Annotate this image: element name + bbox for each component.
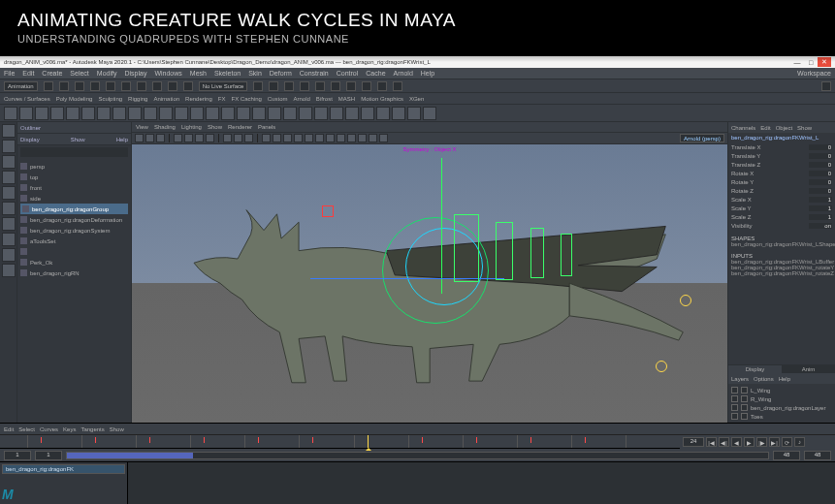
vp-icon[interactable]: [358, 134, 367, 142]
keyframe-icon[interactable]: [585, 437, 586, 443]
shelf-tab[interactable]: Sculpting: [98, 96, 122, 102]
end-frame-field[interactable]: 48: [773, 451, 800, 460]
layer-type-toggle[interactable]: [741, 395, 748, 402]
viewport-menubar[interactable]: View Shading Lighting Show Renderer Pane…: [132, 122, 727, 133]
play-back-button[interactable]: ◀: [731, 437, 742, 447]
time-menu[interactable]: Tangents: [80, 426, 104, 432]
viewport-toolbar[interactable]: Arnold (persp): [132, 133, 727, 144]
attr-row[interactable]: Translate Z0: [731, 160, 832, 169]
shelf-tab[interactable]: Poly Modeling: [56, 96, 93, 102]
vp-icon[interactable]: [326, 134, 335, 142]
time-slider[interactable]: [0, 435, 680, 449]
menu-item[interactable]: Deform: [270, 70, 292, 77]
cb-menu[interactable]: Edit: [760, 125, 770, 131]
null-locator[interactable]: [322, 205, 334, 217]
menu-item[interactable]: Control: [337, 70, 359, 77]
layer-row[interactable]: Toes: [731, 412, 832, 421]
outliner-item[interactable]: ben_dragon_rigRN: [20, 268, 128, 278]
menu-item[interactable]: Select: [70, 70, 88, 77]
status-icon[interactable]: [377, 81, 387, 91]
vp-icon[interactable]: [379, 134, 388, 142]
outliner-search[interactable]: [20, 147, 128, 157]
time-menu[interactable]: Show: [110, 426, 124, 432]
menu-item[interactable]: Skin: [248, 70, 262, 77]
vp-icon[interactable]: [305, 134, 313, 142]
step-back-button[interactable]: ◀|: [719, 437, 729, 447]
shelf-icon[interactable]: [330, 107, 343, 120]
outliner-item[interactable]: persp: [20, 161, 128, 172]
viewport-menu[interactable]: Shading: [154, 124, 176, 130]
vp-icon[interactable]: [347, 134, 356, 142]
layer-vis-toggle[interactable]: [731, 404, 738, 411]
layout-icon[interactable]: [2, 248, 16, 262]
anim-layer-item[interactable]: ben_dragon_rig:dragonFK: [2, 464, 125, 474]
status-icon[interactable]: [168, 81, 177, 91]
renderer-dropdown[interactable]: Arnold (persp): [680, 134, 724, 142]
shelf-icon[interactable]: [81, 107, 95, 120]
keyframe-icon[interactable]: [312, 437, 313, 443]
shelf-icon[interactable]: [97, 107, 111, 120]
move-tool-icon[interactable]: [2, 155, 16, 169]
shelf-icon[interactable]: [112, 107, 126, 120]
layer-menubar[interactable]: Layers Options Help: [728, 373, 835, 384]
status-icon[interactable]: [44, 81, 53, 91]
attr-row[interactable]: Rotate X0: [731, 169, 832, 177]
status-icon[interactable]: [75, 81, 84, 91]
vp-icon[interactable]: [145, 134, 154, 142]
outliner-menu[interactable]: Show: [71, 137, 85, 142]
vp-icon[interactable]: [174, 134, 182, 142]
shelf-icon[interactable]: [423, 107, 436, 120]
shape-item[interactable]: ben_dragon_rig:dragonFKWrist_LShape: [731, 241, 832, 247]
layer-tab[interactable]: Anim: [782, 365, 835, 373]
input-item[interactable]: ben_dragon_rig:dragonFKWrist_rotateZ: [731, 270, 832, 276]
outliner-menubar[interactable]: Display Show Help: [17, 134, 131, 145]
outliner-item[interactable]: ben_dragon_rig:dragonSystem: [20, 225, 128, 236]
layer-vis-toggle[interactable]: [731, 387, 738, 394]
status-icon[interactable]: [121, 81, 131, 91]
keyframe-icon[interactable]: [422, 437, 423, 443]
outliner-item[interactable]: ben_dragon_rig:dragonDeformation: [20, 214, 128, 225]
shelf-tab[interactable]: Curves / Surfaces: [4, 96, 50, 102]
start-frame-field[interactable]: 1: [35, 451, 62, 460]
shelf-icon[interactable]: [128, 107, 142, 120]
account-icon[interactable]: [821, 81, 831, 91]
layer-menu[interactable]: Layers: [731, 376, 749, 382]
viewport-menu[interactable]: Lighting: [181, 124, 202, 130]
shelf-icon[interactable]: [361, 107, 374, 120]
status-icon[interactable]: [393, 81, 402, 91]
time-menu[interactable]: Edit: [4, 426, 14, 432]
shelf-tab[interactable]: Arnold: [294, 96, 310, 102]
attr-row[interactable]: Rotate Z0: [731, 186, 832, 195]
keyframe-icon[interactable]: [204, 437, 205, 443]
menu-item[interactable]: Display: [124, 70, 146, 77]
shelf-icon[interactable]: [19, 107, 33, 120]
status-icon[interactable]: [331, 81, 340, 91]
shelf-tab[interactable]: MASH: [338, 96, 355, 102]
vp-icon[interactable]: [234, 134, 242, 142]
menu-item[interactable]: Skeleton: [214, 70, 241, 77]
layout-icon[interactable]: [2, 264, 16, 277]
time-menu[interactable]: Keys: [63, 426, 76, 432]
outliner-menu[interactable]: Help: [116, 137, 128, 142]
outliner-item[interactable]: front: [20, 182, 128, 193]
status-icon[interactable]: [300, 81, 309, 91]
status-icon[interactable]: [315, 81, 325, 91]
last-tool-icon[interactable]: [2, 202, 16, 215]
layer-list[interactable]: L_Wing R_Wing ben_dragon_rig:dragonLayer…: [728, 384, 835, 423]
status-icon[interactable]: [106, 81, 115, 91]
shelf-tabs[interactable]: Curves / Surfaces Poly Modeling Sculptin…: [0, 93, 835, 105]
menu-item[interactable]: Create: [42, 70, 62, 77]
select-tool-icon[interactable]: [2, 124, 16, 138]
keyframe-icon[interactable]: [149, 437, 150, 443]
outliner-item[interactable]: side: [20, 193, 128, 204]
outliner-item[interactable]: Perk_Ok: [20, 257, 128, 268]
menu-item[interactable]: Constrain: [300, 70, 329, 77]
ik-control[interactable]: [680, 295, 691, 306]
shelf-icons[interactable]: [0, 105, 835, 122]
shelf-tab[interactable]: Custom: [268, 96, 288, 102]
status-icon[interactable]: [183, 81, 193, 91]
loop-button[interactable]: ⟳: [782, 437, 792, 447]
shelf-tab[interactable]: Animation: [153, 96, 179, 102]
shelf-icon[interactable]: [66, 107, 80, 120]
shelf-icon[interactable]: [237, 107, 250, 120]
